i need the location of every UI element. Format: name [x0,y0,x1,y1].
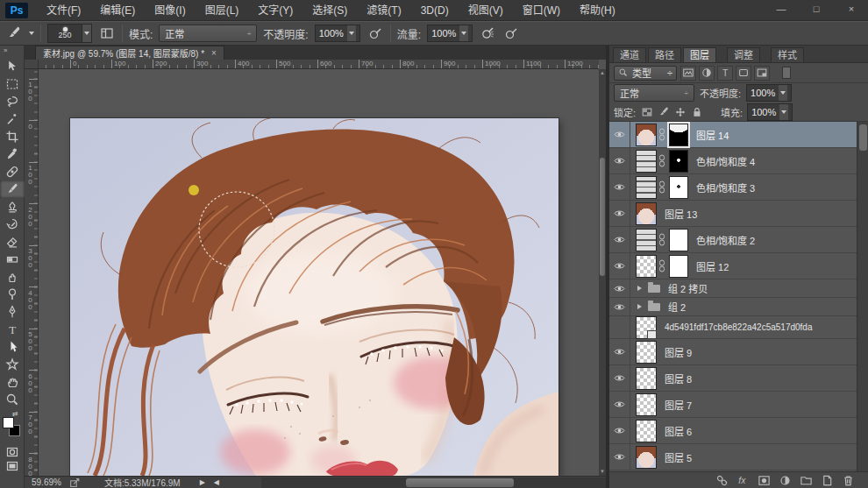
add-mask-icon[interactable] [756,473,772,487]
filter-type-select[interactable]: 类型 ÷ [614,66,677,81]
airbrush-icon[interactable] [479,25,496,42]
layer-row-4[interactable]: 色相/饱和度 2 [609,227,868,253]
menu-item-filter[interactable]: 滤镜(T) [357,0,410,21]
layer-thumbnail[interactable] [636,176,657,199]
mask-link-icon[interactable] [658,233,665,246]
expand-caret-icon[interactable] [637,286,642,291]
tab-adjustments[interactable]: 调整 [727,47,760,62]
layer-row-6[interactable]: 组 2 拷贝 [609,279,868,298]
new-layer-icon[interactable] [819,473,835,487]
layer-row-12[interactable]: 图层 6 [609,418,868,444]
close-tab-icon[interactable]: × [211,48,217,58]
nav-forward-icon[interactable]: ▶ [200,478,214,486]
brush-tool[interactable] [0,180,25,198]
eraser-tool[interactable] [0,233,25,251]
blend-mode-select[interactable]: 正常 ÷ [159,25,257,42]
visibility-eye-icon[interactable] [609,227,630,252]
horizontal-scrollbar-thumb[interactable] [406,478,514,487]
visibility-eye-icon[interactable] [609,392,630,417]
horizontal-scrollbar[interactable] [261,477,623,488]
lock-all-icon[interactable] [690,105,704,119]
zoom-level[interactable]: 59.69% [32,477,61,487]
visibility-empty-icon[interactable] [609,316,630,338]
type-tool[interactable]: T [0,321,25,338]
clone-stamp-tool[interactable] [0,198,25,216]
scroll-up-icon[interactable]: ▲ [599,69,606,77]
pressure-opacity-icon[interactable] [366,25,384,42]
scroll-down-icon[interactable]: ▼ [599,468,606,476]
layer-mask-thumbnail[interactable] [669,176,688,199]
layer-name[interactable]: 图层 13 [665,207,697,221]
menu-item-window[interactable]: 窗口(W) [513,0,570,21]
visibility-eye-icon[interactable] [609,339,630,364]
mask-link-icon[interactable] [658,128,665,141]
fill-input[interactable]: 100% [747,103,793,121]
magic-wand-tool[interactable] [0,110,25,128]
layer-thumbnail[interactable] [636,367,657,390]
layer-name[interactable]: 组 2 拷贝 [668,281,708,295]
layer-row-10[interactable]: 图层 8 [609,365,868,392]
brush-panel-toggle-icon[interactable] [98,25,116,42]
menu-item-select[interactable]: 选择(S) [302,0,357,21]
document-tab[interactable]: 素材.jpg @ 59.7% (图层 14, 图层蒙版/8) * × [35,46,224,60]
layer-name[interactable]: 图层 12 [696,259,729,273]
layer-row-9[interactable]: 图层 9 [609,339,868,365]
smart-object-filter-icon[interactable] [754,66,770,81]
mask-link-icon[interactable] [658,259,665,272]
layer-thumbnail[interactable] [636,124,657,146]
chevron-down-icon[interactable] [29,32,34,35]
layer-thumbnail[interactable] [636,341,657,364]
delete-layer-icon[interactable] [840,473,856,487]
menu-item-help[interactable]: 帮助(H) [570,0,625,21]
panel-scrollbar[interactable] [857,122,868,471]
layer-name[interactable]: 组 2 [668,300,686,314]
layer-thumbnail[interactable] [636,420,657,442]
shape-filter-icon[interactable] [736,66,751,81]
menu-item-edit[interactable]: 编辑(E) [90,0,145,21]
layer-row-2[interactable]: 色相/饱和度 3 [609,174,868,201]
layer-row-1[interactable]: 色相/饱和度 4 [609,148,868,174]
hand-tool[interactable] [0,373,25,391]
minimize-button[interactable]: — [770,3,793,16]
layer-row-5[interactable]: 图层 12 [609,253,868,279]
gradient-tool[interactable] [0,251,25,268]
layer-thumbnail[interactable] [636,150,657,173]
layer-name[interactable]: 图层 7 [665,398,692,412]
layer-name[interactable]: 图层 6 [665,424,692,438]
expand-caret-icon[interactable] [637,304,642,309]
layer-thumbnail[interactable] [636,202,657,225]
layer-name[interactable]: 色相/饱和度 3 [696,180,755,194]
layer-row-3[interactable]: 图层 13 [609,201,868,227]
visibility-eye-icon[interactable] [609,253,630,279]
lasso-tool[interactable] [0,93,25,110]
layer-mask-thumbnail[interactable] [669,124,688,146]
new-adjustment-icon[interactable] [777,473,793,487]
history-brush-tool[interactable] [0,216,25,233]
lock-position-icon[interactable] [673,105,687,119]
layer-name[interactable]: 图层 8 [665,371,692,385]
vertical-scrollbar-thumb[interactable] [600,158,605,276]
tab-layers[interactable]: 图层 [683,47,716,62]
lock-transparency-icon[interactable] [640,105,654,119]
canvas-viewport[interactable] [39,69,599,476]
pressure-size-icon[interactable] [502,25,520,42]
visibility-eye-icon[interactable] [609,174,630,200]
path-select-tool[interactable] [0,338,25,356]
layer-row-8[interactable]: 4d5491fdf17cb8e822a42c5a517d0fda [609,316,868,339]
tab-channels[interactable]: 通道 [613,47,646,62]
menu-item-file[interactable]: 文件(F) [37,0,90,21]
layer-name[interactable]: 图层 9 [665,345,692,359]
layer-name[interactable]: 色相/饱和度 4 [696,154,755,168]
visibility-eye-icon[interactable] [609,122,630,147]
layer-thumbnail[interactable] [636,446,657,469]
flow-input[interactable]: 100% [427,25,473,42]
pen-tool[interactable] [0,303,25,321]
pixel-filter-icon[interactable] [680,66,696,81]
screen-mode-icon[interactable] [0,459,25,473]
layer-style-icon[interactable]: fx [735,473,751,487]
layer-mask-thumbnail[interactable] [669,150,688,173]
menu-item-view[interactable]: 视图(V) [459,0,513,21]
adjustment-filter-icon[interactable] [699,66,715,81]
nav-back-icon[interactable]: ◀ [214,478,228,486]
type-filter-icon[interactable]: T [717,66,733,81]
